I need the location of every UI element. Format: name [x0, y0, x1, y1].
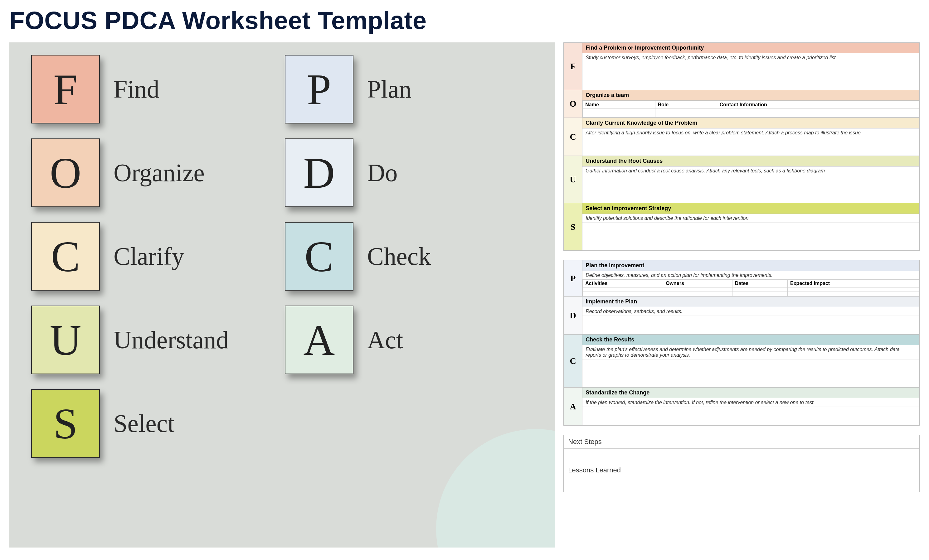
col-role: Role: [655, 101, 717, 109]
diagram-row-u: U Understand: [31, 306, 228, 374]
tile-p: P: [285, 55, 353, 124]
pdca-worksheet: P Plan the Improvement Define objectives…: [563, 260, 920, 425]
section-input-a[interactable]: [583, 407, 919, 425]
col-impact: Expected Impact: [788, 280, 919, 288]
section-desc-f: Study customer surveys, employee feedbac…: [583, 53, 919, 62]
col-name: Name: [583, 101, 655, 109]
section-o: O Organize a team Name Role Contact Info…: [564, 90, 919, 118]
section-desc-d: Record observations, setbacks, and resul…: [583, 307, 919, 315]
section-heading-o: Organize a team: [583, 90, 919, 101]
section-c2: C Check the Results Evaluate the plan's …: [564, 334, 919, 387]
section-letter-c: C: [564, 118, 583, 156]
section-letter-u: U: [564, 156, 583, 203]
section-desc-c2: Evaluate the plan's effectiveness and de…: [583, 345, 919, 359]
section-p: P Plan the Improvement Define objectives…: [564, 260, 919, 296]
tile-a: A: [285, 306, 353, 374]
word-find: Find: [113, 75, 159, 104]
section-letter-d: D: [564, 297, 583, 334]
focus-worksheet: F Find a Problem or Improvement Opportun…: [563, 43, 920, 251]
section-d: D Implement the Plan Record observations…: [564, 296, 919, 334]
section-heading-d: Implement the Plan: [583, 297, 919, 307]
section-letter-p: P: [564, 260, 583, 296]
word-understand: Understand: [113, 326, 228, 354]
tile-c: C: [31, 222, 100, 291]
section-heading-a: Standardize the Change: [583, 387, 919, 398]
section-heading-c: Clarify Current Knowledge of the Problem: [583, 118, 919, 129]
section-heading-u: Understand the Root Causes: [583, 156, 919, 167]
word-check: Check: [367, 242, 431, 271]
diagram-row-s: S Select: [31, 389, 228, 458]
word-organize: Organize: [113, 159, 205, 187]
tile-f: F: [31, 55, 100, 124]
tile-s: S: [31, 389, 100, 458]
section-input-s[interactable]: [583, 222, 919, 250]
section-heading-p: Plan the Improvement: [583, 260, 919, 271]
diagram-row-d: D Do: [285, 138, 431, 207]
section-desc-c: After identifying a high-priority issue …: [583, 129, 919, 137]
section-input-f[interactable]: [583, 62, 919, 90]
diagram-row-a: A Act: [285, 306, 431, 374]
main-container: F Find O Organize C Clarify U Understand…: [9, 43, 920, 548]
section-input-u[interactable]: [583, 175, 919, 203]
diagram-row-c2: C Check: [285, 222, 431, 291]
section-letter-o: O: [564, 90, 583, 118]
section-heading-f: Find a Problem or Improvement Opportunit…: [583, 43, 919, 53]
diagram-row-c: C Clarify: [31, 222, 228, 291]
word-select: Select: [113, 409, 175, 438]
tile-d: D: [285, 138, 353, 207]
section-desc-s: Identify potential solutions and describ…: [583, 214, 919, 222]
col-dates: Dates: [732, 280, 787, 288]
section-input-c[interactable]: [583, 137, 919, 156]
section-desc-a: If the plan worked, standardize the inte…: [583, 398, 919, 407]
tile-u: U: [31, 306, 100, 374]
plan-table[interactable]: Activities Owners Dates Expected Impact: [583, 279, 919, 296]
organize-team-table[interactable]: Name Role Contact Information: [583, 101, 919, 118]
word-clarify: Clarify: [113, 242, 184, 271]
section-s: S Select an Improvement Strategy Identif…: [564, 203, 919, 250]
word-plan: Plan: [367, 75, 411, 104]
pdca-column: P Plan D Do C Check A Act: [285, 55, 431, 458]
section-c: C Clarify Current Knowledge of the Probl…: [564, 118, 919, 156]
section-desc-u: Gather information and conduct a root ca…: [583, 167, 919, 175]
tile-o: O: [31, 138, 100, 207]
section-f: F Find a Problem or Improvement Opportun…: [564, 43, 919, 90]
section-desc-p: Define objectives, measures, and an acti…: [583, 271, 919, 279]
next-steps-input[interactable]: [564, 449, 919, 464]
section-input-c2[interactable]: [583, 359, 919, 387]
word-do: Do: [367, 159, 398, 187]
section-a: A Standardize the Change If the plan wor…: [564, 387, 919, 425]
section-input-d[interactable]: [583, 315, 919, 334]
next-steps-label: Next Steps: [564, 435, 919, 449]
section-letter-a: A: [564, 387, 583, 425]
section-letter-c2: C: [564, 335, 583, 387]
col-activities: Activities: [583, 280, 663, 288]
word-act: Act: [367, 326, 403, 354]
diagram-row-o: O Organize: [31, 138, 228, 207]
worksheet-panels: F Find a Problem or Improvement Opportun…: [563, 43, 920, 492]
section-heading-c2: Check the Results: [583, 335, 919, 345]
focus-column: F Find O Organize C Clarify U Understand…: [31, 55, 228, 458]
diagram-row-p: P Plan: [285, 55, 431, 124]
section-heading-s: Select an Improvement Strategy: [583, 203, 919, 214]
section-letter-s: S: [564, 203, 583, 250]
page-title: FOCUS PDCA Worksheet Template: [9, 6, 920, 35]
tile-c2: C: [285, 222, 353, 291]
col-owners: Owners: [663, 280, 733, 288]
footer-worksheet: Next Steps Lessons Learned: [563, 435, 920, 492]
section-u: U Understand the Root Causes Gather info…: [564, 156, 919, 203]
lessons-learned-label: Lessons Learned: [564, 464, 919, 477]
diagram-row-f: F Find: [31, 55, 228, 124]
col-contact: Contact Information: [717, 101, 919, 109]
section-letter-f: F: [564, 43, 583, 90]
focus-pdca-diagram: F Find O Organize C Clarify U Understand…: [9, 43, 555, 548]
lessons-learned-input[interactable]: [564, 477, 919, 492]
